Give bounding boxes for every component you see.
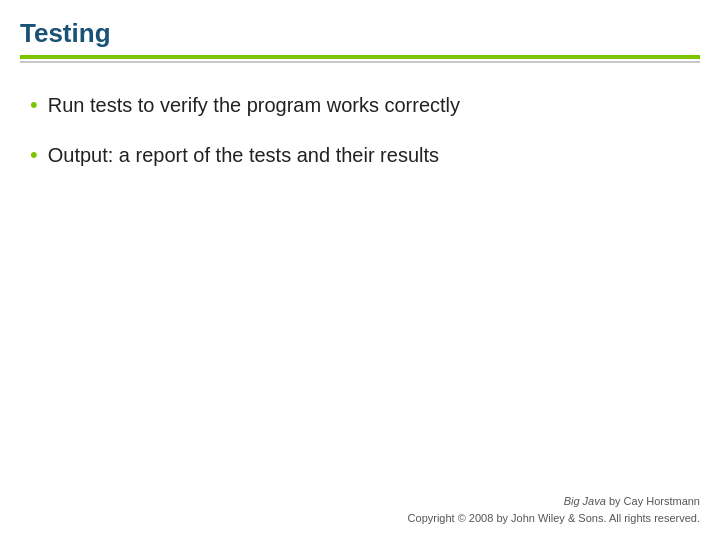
header: Testing	[0, 0, 720, 63]
footer-book-line: Big Java by Cay Horstmann	[408, 493, 700, 510]
slide-title: Testing	[20, 18, 700, 49]
bullet-text-1: Run tests to verify the program works co…	[48, 91, 460, 119]
content-section: • Run tests to verify the program works …	[0, 63, 720, 169]
bullet-item-2: • Output: a report of the tests and thei…	[30, 141, 690, 169]
bullet-dot-2: •	[30, 142, 38, 168]
bullet-dot-1: •	[30, 92, 38, 118]
bullet-item-1: • Run tests to verify the program works …	[30, 91, 690, 119]
footer-author: by Cay Horstmann	[606, 495, 700, 507]
footer-book-title: Big Java	[564, 495, 606, 507]
bullet-text-2: Output: a report of the tests and their …	[48, 141, 439, 169]
footer-copyright: Copyright © 2008 by John Wiley & Sons. A…	[408, 510, 700, 527]
footer: Big Java by Cay Horstmann Copyright © 20…	[408, 493, 700, 526]
slide: Testing • Run tests to verify the progra…	[0, 0, 720, 540]
title-underline-thick	[20, 55, 700, 59]
